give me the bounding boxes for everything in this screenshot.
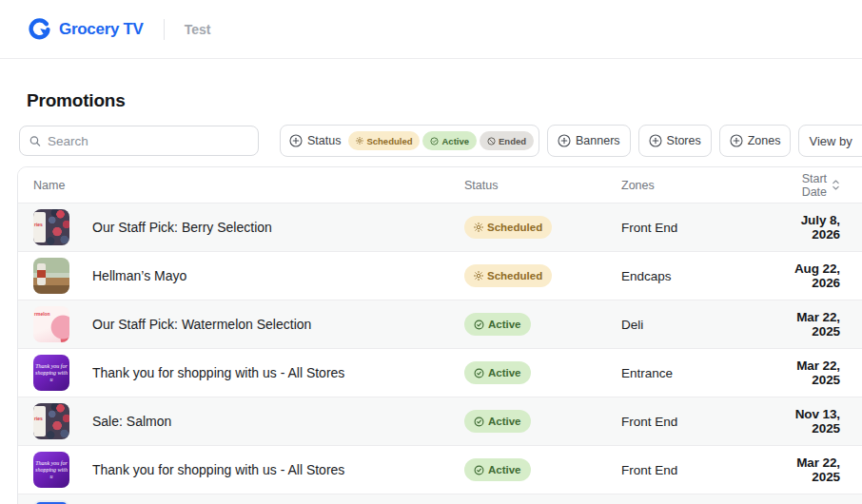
search-input-container[interactable]	[19, 126, 259, 156]
status-cell: Active	[464, 313, 621, 336]
thumbnail-caption: Thank you for shopping with u	[33, 363, 69, 383]
page-title: Promotions	[27, 90, 862, 111]
column-header-name[interactable]: Name	[18, 179, 464, 192]
status-badge: Active	[464, 361, 531, 384]
status-cell: Scheduled	[464, 264, 621, 287]
search-icon	[29, 135, 41, 147]
sun-icon	[474, 271, 483, 281]
column-header-label: Name	[33, 179, 65, 192]
search-input[interactable]	[48, 134, 248, 148]
status-chips-box: Scheduled Active Ended	[346, 131, 539, 150]
start-date-cell: Mar 22, 2025	[774, 456, 862, 484]
grocery-tv-logo-icon	[29, 18, 50, 40]
status-filter-button[interactable]: Status	[281, 134, 346, 147]
status-filter-label: Status	[307, 134, 341, 147]
zone-label: Front End	[621, 463, 677, 477]
zone-label: Front End	[621, 221, 677, 235]
zone-label: Deli	[621, 318, 643, 332]
zones-filter-label: Zones	[748, 134, 781, 147]
zones-filter-button[interactable]: Zones	[719, 125, 792, 157]
column-header-label: Start Date	[774, 172, 827, 199]
table-row[interactable]: DOWNLOAD THE	[18, 494, 862, 504]
table-row[interactable]: ries Sale: Salmon Active Front End Nov 1…	[18, 397, 862, 446]
column-header-status[interactable]: Status	[464, 179, 621, 192]
zones-cell: Front End	[621, 219, 774, 236]
circle-plus-icon	[558, 134, 571, 147]
status-label: Active	[488, 416, 521, 427]
status-badge: Active	[464, 410, 531, 433]
filter-chip-active[interactable]: Active	[422, 131, 477, 150]
column-header-zones[interactable]: Zones	[621, 179, 774, 192]
name-cell: ries Our Staff Pick: Berry Selection	[18, 209, 464, 245]
promotion-thumbnail: Thank you for shopping with u	[33, 452, 69, 488]
filter-chip-ended[interactable]: Ended	[480, 131, 534, 150]
view-by-select[interactable]: View by	[798, 125, 862, 157]
name-cell: DOWNLOAD THE	[18, 500, 464, 504]
status-label: Active	[488, 367, 521, 378]
start-date-label: Mar 22, 2025	[774, 310, 840, 339]
filter-chip-scheduled[interactable]: Scheduled	[348, 131, 420, 150]
start-date-cell: Mar 22, 2025	[774, 310, 862, 339]
circle-plus-icon	[289, 134, 303, 147]
banners-filter-button[interactable]: Banners	[547, 125, 631, 157]
column-header-label: Zones	[621, 179, 655, 192]
sort-icon[interactable]	[832, 179, 840, 191]
name-cell: rmelon Our Staff Pick: Watermelon Select…	[18, 306, 464, 342]
sun-icon	[474, 223, 483, 232]
promotion-thumbnail: ries	[33, 209, 69, 245]
status-badge: Scheduled	[464, 216, 552, 239]
zone-label: Endcaps	[621, 269, 672, 283]
stores-filter-button[interactable]: Stores	[638, 125, 712, 157]
promotion-name: Our Staff Pick: Berry Selection	[92, 220, 272, 235]
thumbnail-caption: Thank you for shopping with u	[33, 460, 69, 480]
grocery-tv-logo[interactable]: Grocery TV	[29, 18, 144, 40]
thumbnail-caption: rmelon	[34, 311, 50, 317]
thumbnail-caption: ries	[34, 222, 43, 227]
brand-name: Grocery TV	[59, 20, 144, 39]
promotion-thumbnail	[33, 258, 69, 294]
banners-filter-label: Banners	[576, 134, 620, 147]
check-circle-icon	[474, 417, 484, 427]
table-row[interactable]: Thank you for shopping with u Thank you …	[18, 446, 862, 494]
zone-label: Front End	[621, 415, 677, 429]
status-filter-group: Status Scheduled	[280, 125, 539, 157]
start-date-cell: July 8, 2026	[774, 213, 862, 242]
status-label: Scheduled	[487, 222, 542, 233]
column-header-label: Status	[464, 179, 498, 192]
status-label: Active	[488, 319, 521, 330]
promotion-thumbnail: ries	[33, 403, 69, 439]
status-label: Scheduled	[487, 270, 542, 281]
zones-cell: Entrance	[621, 364, 774, 381]
start-date-label: Mar 22, 2025	[774, 456, 840, 484]
table-row[interactable]: rmelon Our Staff Pick: Watermelon Select…	[18, 300, 862, 349]
status-badge: Scheduled	[464, 264, 552, 287]
chip-label: Ended	[499, 136, 526, 146]
table-row[interactable]: Hellman’s Mayo Scheduled Endcaps	[18, 252, 862, 300]
environment-label: Test	[185, 22, 211, 37]
name-cell: Thank you for shopping with u Thank you …	[18, 452, 464, 488]
promotion-thumbnail: DOWNLOAD THE	[33, 500, 69, 504]
column-header-start-date[interactable]: Start Date	[774, 172, 862, 199]
status-badge: Active	[464, 458, 531, 481]
start-date-label: Nov 13, 2025	[774, 407, 840, 436]
start-date-label: Aug 22, 2026	[774, 262, 840, 290]
promotion-thumbnail: Thank you for shopping with u	[33, 355, 69, 391]
circle-plus-icon	[649, 134, 662, 147]
check-circle-icon	[474, 320, 484, 330]
status-cell: Scheduled	[464, 216, 621, 239]
table-row[interactable]: Thank you for shopping with u Thank you …	[18, 349, 862, 397]
slash-circle-icon	[487, 137, 496, 145]
check-circle-icon	[430, 137, 439, 145]
zones-cell: Endcaps	[621, 267, 774, 284]
chip-label: Active	[441, 136, 469, 146]
promotion-name: Thank you for shopping with us - All Sto…	[92, 462, 344, 477]
chip-label: Scheduled	[366, 136, 412, 146]
status-label: Active	[488, 464, 521, 475]
promotion-name: Thank you for shopping with us - All Sto…	[92, 365, 344, 380]
promotion-name: Hellman’s Mayo	[92, 268, 186, 283]
table-row[interactable]: ries Our Staff Pick: Berry Selection Sch…	[18, 204, 862, 252]
filters-toolbar: Status Scheduled	[19, 125, 862, 157]
zones-cell: Front End	[621, 413, 774, 430]
check-circle-icon	[474, 465, 484, 475]
status-cell: Active	[464, 458, 621, 481]
